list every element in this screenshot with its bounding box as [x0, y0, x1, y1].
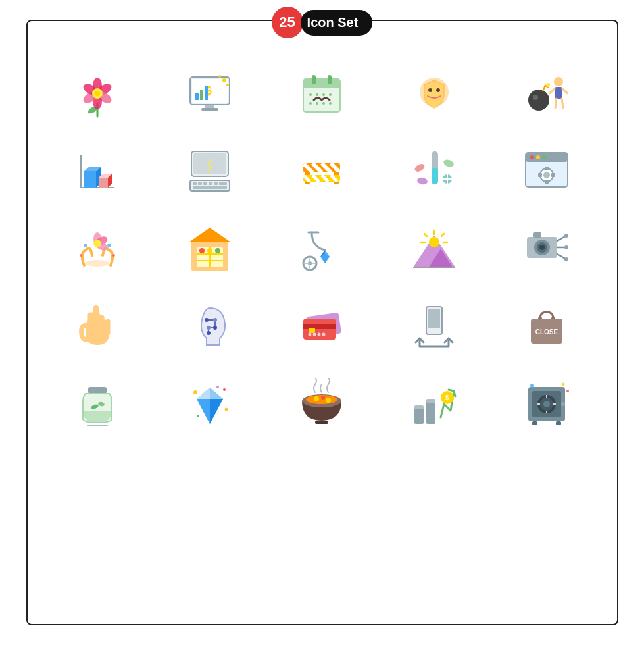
svg-point-149: [213, 326, 217, 330]
svg-text:CLOSE: CLOSE: [535, 328, 558, 336]
svg-point-178: [197, 415, 199, 417]
svg-point-155: [309, 333, 312, 336]
svg-point-27: [322, 93, 325, 96]
icon-cell-payment-card: [272, 294, 372, 359]
icon-cell-hand-gesture: [47, 294, 148, 359]
svg-rect-186: [414, 407, 424, 424]
svg-point-82: [417, 177, 428, 186]
svg-point-202: [530, 384, 534, 388]
svg-rect-189: [426, 399, 435, 403]
svg-rect-17: [205, 86, 208, 100]
badge-text: Icon Set: [301, 10, 373, 36]
svg-point-177: [224, 408, 228, 411]
svg-point-148: [213, 318, 217, 322]
svg-rect-50: [99, 178, 108, 188]
svg-point-36: [554, 77, 563, 86]
svg-point-25: [309, 93, 312, 96]
svg-point-101: [93, 240, 101, 247]
svg-line-41: [562, 99, 563, 108]
svg-rect-15: [195, 93, 199, 100]
svg-text:$: $: [445, 394, 449, 401]
header-badge: 25 Icon Set: [272, 7, 373, 38]
svg-point-142: [564, 257, 568, 261]
svg-rect-154: [303, 324, 336, 329]
icon-cell-camera-connector: [497, 216, 597, 282]
svg-point-175: [193, 390, 197, 394]
icon-cell-mind-flow: [159, 294, 260, 359]
svg-rect-56: [190, 180, 230, 191]
icon-cell-transfer: [384, 294, 485, 359]
svg-point-43: [546, 83, 550, 87]
svg-point-18: [222, 78, 226, 82]
icon-cell-money-growth: $: [384, 371, 485, 437]
svg-line-40: [555, 99, 557, 108]
svg-point-204: [566, 390, 569, 392]
svg-point-150: [207, 326, 211, 330]
svg-point-103: [107, 244, 111, 247]
svg-rect-24: [328, 75, 332, 84]
svg-point-19: [218, 75, 221, 78]
icon-cell-bicycle-lamp: [272, 216, 372, 282]
svg-rect-136: [533, 232, 541, 238]
svg-rect-62: [219, 182, 227, 185]
svg-point-114: [215, 248, 220, 253]
icon-cell-face-mask: [384, 61, 485, 126]
svg-rect-13: [201, 108, 218, 111]
icon-cell-flower: [47, 61, 148, 126]
icon-cell-barrier: [272, 138, 372, 204]
svg-rect-37: [555, 87, 562, 99]
svg-rect-166: [88, 387, 107, 394]
svg-rect-16: [200, 90, 203, 100]
svg-point-28: [329, 93, 332, 96]
svg-point-158: [322, 333, 326, 336]
svg-rect-187: [414, 405, 424, 409]
svg-rect-95: [538, 173, 542, 177]
svg-rect-47: [84, 171, 96, 188]
svg-point-196: [543, 401, 550, 407]
svg-point-31: [322, 102, 325, 105]
svg-line-39: [562, 89, 568, 93]
svg-rect-185: [315, 421, 328, 424]
icon-cell-safe: [497, 371, 597, 437]
icon-cell-diamond: [159, 371, 260, 437]
icon-cell-3d-chart: [47, 138, 148, 204]
svg-point-141: [564, 245, 568, 249]
svg-rect-93: [545, 167, 549, 170]
svg-point-203: [562, 383, 565, 386]
svg-point-89: [536, 155, 540, 159]
icon-cell-bowl: [272, 371, 372, 437]
icon-cell-bomb-man: [497, 61, 597, 126]
icon-cell-calendar: [272, 61, 372, 126]
svg-point-157: [318, 333, 321, 336]
icon-cell-wellness: [47, 216, 148, 282]
badge-number: 25: [272, 7, 303, 38]
svg-point-97: [86, 260, 109, 267]
svg-rect-63: [193, 186, 227, 189]
svg-point-176: [223, 388, 226, 391]
icons-grid: $: [47, 61, 597, 437]
svg-point-29: [309, 102, 312, 105]
svg-point-42: [528, 90, 549, 111]
icon-cell-online-money: $: [159, 61, 260, 126]
svg-marker-171: [210, 388, 223, 399]
svg-rect-188: [426, 401, 435, 424]
svg-point-105: [112, 254, 115, 257]
svg-rect-59: [203, 182, 207, 185]
icon-cell-close-sign: CLOSE: [497, 294, 597, 359]
svg-rect-94: [545, 180, 549, 184]
svg-rect-61: [214, 182, 218, 185]
svg-point-182: [314, 396, 319, 401]
svg-point-92: [543, 172, 550, 178]
svg-point-90: [542, 155, 546, 159]
svg-point-44: [533, 95, 538, 100]
svg-rect-96: [551, 173, 555, 177]
svg-point-125: [429, 237, 439, 247]
svg-marker-172: [210, 399, 223, 424]
icon-cell-computer: [159, 138, 260, 204]
icon-cell-medicine: [384, 138, 485, 204]
svg-point-104: [80, 254, 82, 257]
svg-point-140: [564, 234, 568, 238]
icon-cell-sunrise: [384, 216, 485, 282]
svg-line-127: [441, 234, 444, 236]
svg-point-151: [207, 331, 211, 335]
